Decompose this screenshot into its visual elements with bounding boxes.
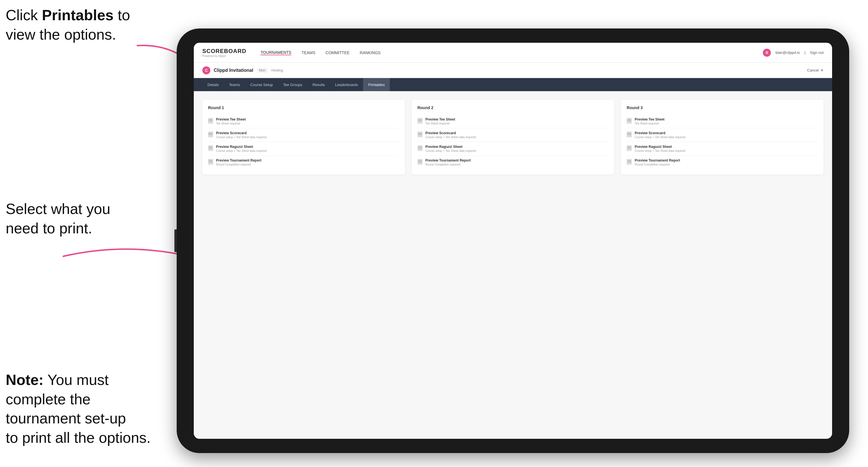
round-1-column: Round 1 Preview Tee Sheet Tee Sheet requ… bbox=[202, 100, 405, 175]
round2-scorecard-content: Preview Scorecard Course setup + Tee She… bbox=[426, 131, 609, 139]
round-3-title: Round 3 bbox=[627, 105, 818, 110]
round2-report-subtitle: Round Completion required bbox=[426, 163, 609, 166]
scoreboard-logo: SCOREBOARD Powered by clippd bbox=[202, 48, 246, 58]
round3-scorecard-content: Preview Scorecard Course setup + Tee She… bbox=[634, 131, 818, 139]
round1-scorecard-content: Preview Scorecard Course setup + Tee She… bbox=[216, 131, 399, 139]
nav-tournaments[interactable]: TOURNAMENTS bbox=[260, 50, 291, 55]
scorecard-icon-r2 bbox=[417, 132, 423, 137]
tab-details[interactable]: Details bbox=[202, 78, 224, 91]
annotation-bottom: Note: You mustcomplete thetournament set… bbox=[6, 370, 171, 447]
report-icon-r3 bbox=[627, 159, 632, 165]
round1-raguzzi[interactable]: Preview Raguzzi Sheet Course setup + Tee… bbox=[208, 142, 399, 156]
tournament-bar: C Clippd Invitational Men Hosting Cancel… bbox=[194, 63, 832, 78]
round2-tournament-report[interactable]: Preview Tournament Report Round Completi… bbox=[417, 156, 609, 169]
scoreboard-title-text: SCOREBOARD bbox=[202, 48, 246, 55]
raguzzi-icon-r1 bbox=[208, 145, 213, 151]
tab-course-setup[interactable]: Course Setup bbox=[245, 78, 278, 91]
round-3-column: Round 3 Preview Tee Sheet Tee Sheet requ… bbox=[621, 100, 824, 175]
round1-scorecard-title: Preview Scorecard bbox=[216, 131, 399, 135]
tab-leaderboards[interactable]: Leaderboards bbox=[330, 78, 363, 91]
tee-sheet-icon-r1 bbox=[208, 118, 213, 124]
round1-raguzzi-content: Preview Raguzzi Sheet Course setup + Tee… bbox=[216, 145, 399, 152]
cancel-icon: ✕ bbox=[820, 68, 824, 72]
cancel-button[interactable]: Cancel ✕ bbox=[807, 68, 824, 72]
nav-teams[interactable]: TEAMS bbox=[302, 51, 315, 55]
user-email: blair@clippd.io bbox=[775, 51, 800, 55]
round3-tournament-report[interactable]: Preview Tournament Report Round Completi… bbox=[627, 156, 818, 169]
scorecard-icon-r3 bbox=[627, 132, 632, 137]
round2-raguzzi-subtitle: Course setup + Tee Sheet data required bbox=[426, 149, 609, 152]
round3-tee-sheet[interactable]: Preview Tee Sheet Tee Sheet required bbox=[627, 115, 818, 128]
round1-raguzzi-title: Preview Raguzzi Sheet bbox=[216, 145, 399, 149]
app-container: SCOREBOARD Powered by clippd TOURNAMENTS… bbox=[194, 43, 832, 439]
round3-raguzzi[interactable]: Preview Raguzzi Sheet Course setup + Tee… bbox=[627, 142, 818, 156]
round1-raguzzi-subtitle: Course setup + Tee Sheet data required bbox=[216, 149, 399, 152]
cancel-label: Cancel bbox=[807, 68, 819, 72]
raguzzi-icon-r2 bbox=[417, 145, 423, 151]
sub-nav: Details Teams Course Setup Tee Groups Re… bbox=[194, 78, 832, 91]
round3-report-subtitle: Round Completion required bbox=[634, 163, 818, 166]
tab-tee-groups[interactable]: Tee Groups bbox=[278, 78, 308, 91]
tab-results[interactable]: Results bbox=[308, 78, 330, 91]
sign-out-link[interactable]: Sign out bbox=[810, 51, 824, 55]
report-icon-r1 bbox=[208, 159, 213, 165]
round3-report-title: Preview Tournament Report bbox=[634, 158, 818, 162]
tab-teams[interactable]: Teams bbox=[224, 78, 245, 91]
round1-tee-sheet-title: Preview Tee Sheet bbox=[216, 117, 399, 121]
powered-by-text: Powered by clippd bbox=[202, 55, 246, 58]
round1-report-subtitle: Round Completion required bbox=[216, 163, 399, 166]
raguzzi-icon-r3 bbox=[627, 145, 632, 151]
round2-scorecard-subtitle: Course setup + Tee Sheet data required bbox=[426, 136, 609, 139]
round3-scorecard-title: Preview Scorecard bbox=[634, 131, 818, 135]
tournament-name: Clippd Invitational bbox=[214, 68, 253, 73]
round2-tee-sheet[interactable]: Preview Tee Sheet Tee Sheet required bbox=[417, 115, 609, 128]
tablet-side-button bbox=[175, 229, 177, 252]
tee-sheet-icon-r3 bbox=[627, 118, 632, 124]
nav-right: B blair@clippd.io | Sign out bbox=[763, 49, 824, 57]
main-content: Round 1 Preview Tee Sheet Tee Sheet requ… bbox=[194, 91, 832, 439]
hosting-badge: Hosting bbox=[271, 68, 283, 72]
nav-links: TOURNAMENTS TEAMS COMMITTEE RANKINGS bbox=[260, 50, 380, 55]
top-nav: SCOREBOARD Powered by clippd TOURNAMENTS… bbox=[194, 43, 832, 63]
round2-raguzzi[interactable]: Preview Raguzzi Sheet Course setup + Tee… bbox=[417, 142, 609, 156]
annotation-middle-text: Select what youneed to print. bbox=[6, 200, 110, 237]
tournament-meta: Men bbox=[257, 68, 268, 73]
tournament-logo-icon: C bbox=[202, 66, 210, 74]
round2-tee-sheet-title: Preview Tee Sheet bbox=[426, 117, 609, 121]
round1-tee-sheet-content: Preview Tee Sheet Tee Sheet required bbox=[216, 117, 399, 125]
nav-rankings[interactable]: RANKINGS bbox=[360, 51, 381, 55]
nav-separator: | bbox=[804, 51, 805, 55]
round1-scorecard[interactable]: Preview Scorecard Course setup + Tee She… bbox=[208, 128, 399, 142]
tee-sheet-icon-r2 bbox=[417, 118, 423, 124]
round3-tee-sheet-content: Preview Tee Sheet Tee Sheet required bbox=[634, 117, 818, 125]
round2-scorecard[interactable]: Preview Scorecard Course setup + Tee She… bbox=[417, 128, 609, 142]
round1-scorecard-subtitle: Course setup + Tee Sheet data required bbox=[216, 136, 399, 139]
nav-committee[interactable]: COMMITTEE bbox=[326, 51, 350, 55]
nav-left: SCOREBOARD Powered by clippd TOURNAMENTS… bbox=[202, 48, 381, 58]
scorecard-icon-r1 bbox=[208, 132, 213, 137]
round2-report-title: Preview Tournament Report bbox=[426, 158, 609, 162]
round2-tee-sheet-subtitle: Tee Sheet required bbox=[426, 122, 609, 125]
round3-raguzzi-subtitle: Course setup + Tee Sheet data required bbox=[634, 149, 818, 152]
round3-raguzzi-title: Preview Raguzzi Sheet bbox=[634, 145, 818, 149]
round3-scorecard-subtitle: Course setup + Tee Sheet data required bbox=[634, 136, 818, 139]
tab-printables[interactable]: Printables bbox=[363, 78, 390, 91]
round2-report-content: Preview Tournament Report Round Completi… bbox=[426, 158, 609, 166]
annotation-top-text: Click Printables toview the options. bbox=[6, 7, 130, 43]
tablet-device: SCOREBOARD Powered by clippd TOURNAMENTS… bbox=[177, 29, 849, 453]
annotation-bottom-text: Note: You mustcomplete thetournament set… bbox=[6, 372, 151, 446]
rounds-container: Round 1 Preview Tee Sheet Tee Sheet requ… bbox=[202, 100, 824, 175]
round1-tournament-report[interactable]: Preview Tournament Report Round Completi… bbox=[208, 156, 399, 169]
tablet-screen: SCOREBOARD Powered by clippd TOURNAMENTS… bbox=[194, 43, 832, 439]
round3-scorecard[interactable]: Preview Scorecard Course setup + Tee She… bbox=[627, 128, 818, 142]
round1-tee-sheet-subtitle: Tee Sheet required bbox=[216, 122, 399, 125]
annotation-middle: Select what youneed to print. bbox=[6, 199, 171, 238]
round3-tee-sheet-title: Preview Tee Sheet bbox=[634, 117, 818, 121]
round3-tee-sheet-subtitle: Tee Sheet required bbox=[634, 122, 818, 125]
tournament-info: C Clippd Invitational Men Hosting bbox=[202, 66, 283, 74]
round-1-title: Round 1 bbox=[208, 105, 399, 110]
round-2-title: Round 2 bbox=[417, 105, 609, 110]
round2-tee-sheet-content: Preview Tee Sheet Tee Sheet required bbox=[426, 117, 609, 125]
round1-tee-sheet[interactable]: Preview Tee Sheet Tee Sheet required bbox=[208, 115, 399, 128]
annotation-top: Click Printables toview the options. bbox=[6, 6, 171, 44]
